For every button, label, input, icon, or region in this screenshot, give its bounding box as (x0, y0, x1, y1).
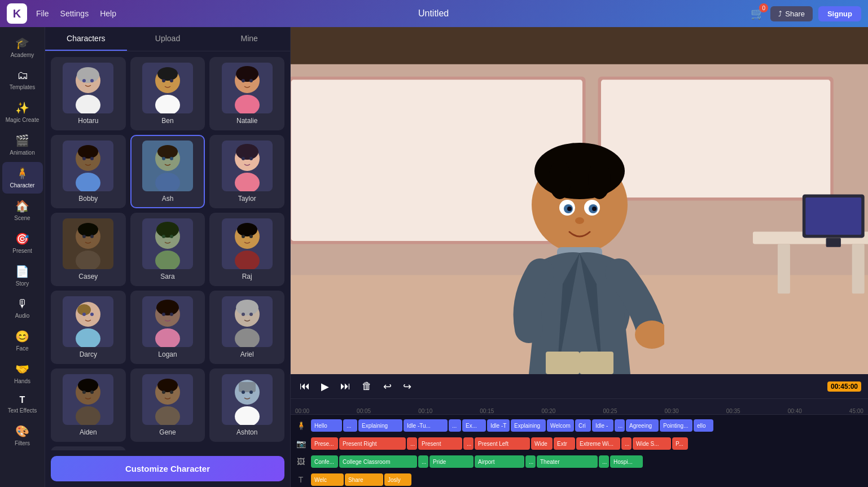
customize-character-button[interactable]: Customize Character (51, 456, 284, 481)
segment-present-right[interactable]: Present Right (339, 437, 406, 450)
char-taylor[interactable]: Taylor (209, 135, 284, 208)
svg-point-97 (549, 160, 571, 199)
segment-dot1[interactable]: ... (343, 419, 357, 432)
segment-welc[interactable]: Welc (311, 473, 344, 486)
char-logan[interactable]: Logan (130, 291, 205, 364)
segment-dot3[interactable]: ... (615, 419, 625, 432)
char-aiden[interactable]: Aiden (51, 368, 126, 442)
char-ariel[interactable]: Ariel (209, 291, 284, 364)
delete-button[interactable]: 🗑 (360, 378, 374, 394)
char-aiden-name: Aiden (80, 428, 97, 436)
char-ben[interactable]: Ben (130, 57, 205, 130)
segment-explaining2[interactable]: Explaining (511, 419, 546, 432)
sidebar-item-magic-create[interactable]: ✨ Magic Create (2, 96, 43, 128)
char-gene-name: Gene (159, 428, 176, 436)
sidebar-item-filters[interactable]: 🎨 Filters (2, 420, 43, 451)
sidebar-item-character[interactable]: 🧍 Character (2, 162, 43, 194)
char-jody[interactable]: Jody (51, 446, 126, 450)
segment-pride[interactable]: Pride (429, 455, 474, 468)
menu-help[interactable]: Help (100, 9, 116, 18)
char-taylor-name: Taylor (238, 195, 256, 203)
segment-idle-t[interactable]: Idle -T (487, 419, 510, 432)
segment-dot4[interactable]: ... (407, 437, 417, 450)
segment-dot6[interactable]: ... (621, 437, 632, 450)
sidebar-item-scene[interactable]: 🏠 Scene (2, 195, 43, 226)
sidebar-item-face[interactable]: 😊 Face (2, 325, 43, 357)
char-casey-avatar (63, 218, 113, 269)
char-ashton[interactable]: Ashton (209, 368, 284, 442)
char-gene[interactable]: Gene (130, 368, 205, 442)
segment-dot8[interactable]: ... (525, 455, 536, 468)
tab-upload[interactable]: Upload (127, 27, 209, 51)
animation-icon: 🎬 (15, 134, 29, 147)
segment-hospi[interactable]: Hospi... (610, 455, 643, 468)
char-sara[interactable]: Sara (130, 213, 205, 286)
segment-agreeing[interactable]: Agreeing (626, 419, 659, 432)
sidebar-item-story[interactable]: 📄 Story (2, 260, 43, 292)
signup-button[interactable]: Signup (818, 6, 861, 21)
segment-pointing[interactable]: Pointing... (660, 419, 692, 432)
segment-dot5[interactable]: ... (463, 437, 474, 450)
segment-theater[interactable]: Theater (537, 455, 598, 468)
svg-point-57 (236, 300, 258, 315)
menu-file[interactable]: File (36, 9, 49, 18)
cart-button[interactable]: 🛒 0 (751, 7, 765, 20)
play-button[interactable]: ▶ (319, 378, 331, 395)
redo-button[interactable]: ↪ (401, 378, 414, 395)
project-title: Untitled (125, 8, 742, 19)
track-camera-content: Prese... Present Right ... Present ... P… (311, 436, 868, 451)
segment-extreme-wi[interactable]: Extreme Wi... (576, 437, 620, 450)
skip-start-button[interactable]: ⏮ (297, 378, 312, 394)
segment-dot9[interactable]: ... (599, 455, 609, 468)
tab-characters[interactable]: Characters (45, 27, 127, 51)
segment-idle-dash[interactable]: Idle - (592, 419, 613, 432)
segment-prese[interactable]: Prese... (311, 437, 338, 450)
sidebar-item-text-effects[interactable]: T Text Effects (2, 391, 43, 419)
segment-idle-tu[interactable]: Idle -Tu... (404, 419, 448, 432)
segment-ex[interactable]: Ex... (462, 419, 486, 432)
sidebar-item-present[interactable]: 🎯 Present (2, 227, 43, 259)
char-ash[interactable]: Ash (130, 135, 205, 208)
sidebar-item-hands[interactable]: 🤝 Hands (2, 358, 43, 389)
segment-explaining1[interactable]: Explaining (358, 419, 402, 432)
segment-wide[interactable]: Wide (531, 437, 553, 450)
segment-college-classroom[interactable]: College Classroom (339, 455, 417, 468)
char-natalie-name: Natalie (236, 117, 257, 125)
char-bobby[interactable]: Bobby (51, 135, 126, 208)
segment-airport[interactable]: Airport (475, 455, 524, 468)
skip-end-button[interactable]: ⏭ (338, 378, 353, 394)
char-logan-avatar (142, 296, 193, 347)
segment-share[interactable]: Share (345, 473, 383, 486)
svg-point-3 (82, 79, 86, 82)
segment-confe[interactable]: Confe... (311, 455, 338, 468)
track-animation: 🧍 Hello ... Explaining Idle -Tu... ... E… (291, 417, 868, 434)
sidebar-item-audio[interactable]: 🎙 Audio (2, 293, 43, 324)
undo-button[interactable]: ↩ (381, 378, 394, 395)
sidebar-item-animation[interactable]: 🎬 Animation (2, 129, 43, 161)
segment-ello[interactable]: ello (694, 419, 713, 432)
share-button[interactable]: ⤴ Share (770, 6, 813, 21)
segment-p[interactable]: P... (672, 437, 688, 450)
char-casey[interactable]: Casey (51, 213, 126, 286)
sidebar-item-academy[interactable]: 🎓 Academy (2, 32, 43, 63)
segment-extr[interactable]: Extr (554, 437, 575, 450)
segment-welcom[interactable]: Welcom (547, 419, 574, 432)
segment-dot7[interactable]: ... (418, 455, 428, 468)
segment-present[interactable]: Present (418, 437, 462, 450)
segment-hello[interactable]: Hello (311, 419, 342, 432)
char-natalie[interactable]: Natalie (209, 57, 284, 130)
segment-dot2[interactable]: ... (449, 419, 461, 432)
segment-cri[interactable]: Cri (575, 419, 591, 432)
char-hotaru-avatar (63, 63, 113, 113)
sidebar-item-templates[interactable]: 🗂 Templates (2, 64, 43, 95)
svg-rect-109 (580, 352, 613, 374)
char-raj[interactable]: Raj (209, 213, 284, 286)
svg-point-7 (157, 67, 178, 81)
segment-josly[interactable]: Josly (384, 473, 411, 486)
tab-mine[interactable]: Mine (208, 27, 290, 51)
segment-present-left[interactable]: Present Left (475, 437, 530, 450)
char-hotaru[interactable]: Hotaru (51, 57, 126, 130)
menu-settings[interactable]: Settings (60, 9, 89, 18)
char-darcy[interactable]: Darcy (51, 291, 126, 364)
segment-wide-s[interactable]: Wide S... (633, 437, 671, 450)
